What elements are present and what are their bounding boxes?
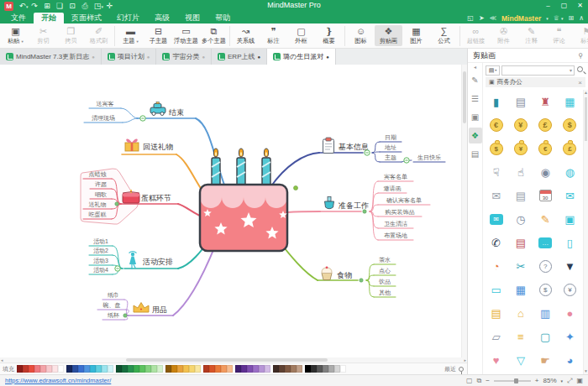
menu-视图[interactable]: 视图 [177,13,207,23]
mindmap-subtopic[interactable]: 布置场地 [384,232,407,239]
mindmap-subtopic[interactable]: 送礼物 [89,201,107,208]
mindmap-subtopic[interactable]: 卫生清洁 [384,221,407,227]
clipart-monitor[interactable]: ▭ [484,278,508,301]
color-swatch[interactable] [52,365,58,373]
ribbon-主题-button[interactable]: ▬主题 ▾ [117,25,144,46]
color-swatch[interactable] [259,365,265,373]
clipart-piggy-bank[interactable]: ● [558,301,582,325]
clipart-briefcase[interactable]: ▣ [558,207,582,231]
clipart-calendar[interactable]: 30 [533,184,558,207]
clipart-moneybag-yen[interactable]: ¥ [508,137,533,160]
fullscreen-icon[interactable]: ◱ [467,14,474,22]
color-swatch[interactable] [247,365,253,373]
clipart-yen-circle[interactable]: ¥ [558,278,582,301]
mindmap-subtopic[interactable]: 确认宾客名单 [386,197,422,204]
color-swatch[interactable] [265,365,270,373]
clipart-search-input[interactable]: ▾ [501,65,575,76]
color-swatch[interactable] [171,365,177,373]
color-swatch[interactable] [108,365,113,373]
mindmap-subtopic[interactable]: 活动2 [93,248,108,254]
send-icon[interactable]: ➤ [479,14,485,22]
redo-icon[interactable]: ↷ [29,0,41,13]
close-button[interactable]: ✕ [572,0,588,12]
category-close-icon[interactable]: × [578,79,582,86]
collapse-icon[interactable] [115,266,120,271]
color-swatch[interactable] [17,365,23,373]
mindmap-subtopic[interactable]: 其他 [379,290,391,296]
clipart-necktie[interactable]: ▼ [558,254,582,278]
mindmap-subtopic[interactable]: 碗、盘 [103,302,121,308]
clipart-pencil[interactable]: ✎ [533,207,558,231]
clipart-card[interactable]: ✦ [558,325,582,348]
clipart-document[interactable]: ▤ [508,184,533,207]
menu-页面样式[interactable]: 页面样式 [64,13,109,23]
ribbon-多个主题-button[interactable]: ⧉多个主题 [200,25,228,46]
icon-pane-tab[interactable]: ▣ [469,109,482,125]
collapse-icon[interactable] [365,150,370,155]
clipart-coin-dollar[interactable]: $ [558,113,582,137]
color-swatch[interactable] [29,365,34,373]
color-swatch[interactable] [78,365,84,373]
mindmap-subtopic[interactable]: 活动3 [93,258,108,264]
mindmap-topic-preparation[interactable]: 准备工作 [339,201,369,210]
color-picker-icon[interactable] [459,367,464,372]
color-swatch[interactable] [285,365,291,373]
clipart-stamp[interactable]: ♜ [533,90,558,113]
ribbon-图标-button[interactable]: ☺图标 [347,25,375,46]
color-swatch[interactable] [177,365,183,373]
color-swatch[interactable] [116,365,122,373]
zoom-slider-thumb[interactable] [514,378,518,383]
mindmap-subtopic[interactable]: 购买装饰品 [385,209,415,216]
branch-handle-dot[interactable] [360,279,363,282]
branch-handle-dot[interactable] [363,210,366,213]
color-swatch[interactable] [297,365,302,373]
clipart-clock[interactable]: ◷ [508,207,533,231]
color-swatch[interactable] [317,365,323,373]
mindmap-subtopic[interactable]: 活动4 [93,267,108,274]
scroll-up-arrow[interactable]: ▲ [584,90,588,96]
clipart-resume[interactable]: ▤ [508,90,533,113]
account-caret-icon[interactable]: ▾ [546,16,549,21]
clipart-icecream[interactable]: ♥ [484,348,508,372]
clipart-thumbs-up[interactable]: ☝ [508,160,533,184]
ribbon-外框-button[interactable]: ▢外框 [287,25,315,46]
branch-handle-dot[interactable] [294,186,298,190]
clipart-bank[interactable]: ⌂ [508,301,533,325]
mindmap-topic-food[interactable]: 食物 [337,271,352,279]
clipart-moneybag-pound[interactable]: £ [558,137,582,160]
mindmap-subtopic[interactable]: 点蜡烛 [89,171,108,178]
clipart-thumbs-down[interactable]: ☟ [484,160,508,184]
style-pane-tab[interactable]: ✎ [469,72,482,88]
clipart-wallet[interactable]: ▱ [484,325,508,348]
clipart-mail-open[interactable]: ✉ [484,184,508,207]
color-swatch[interactable] [84,365,90,373]
maximize-button[interactable]: ▢ [556,0,572,12]
color-swatch[interactable] [157,365,163,373]
clipart-moneybag-euro[interactable]: € [533,137,558,160]
clipart-scissors[interactable]: ✂ [508,254,533,278]
menu-开始[interactable]: 开始 [34,13,64,23]
clipart-mail[interactable]: ✉ [558,184,582,207]
edrawsoft-link[interactable]: https://www.edrawsoft.cn/mindmaster/ [5,377,111,384]
mindmap-subtopic[interactable]: 活动1 [93,238,108,245]
mindmap-subtopic[interactable]: 地址 [384,144,396,150]
collapse-ribbon-icon[interactable]: ∧ [579,14,584,22]
color-swatch[interactable] [340,365,346,373]
mindmap-topic-cake-session[interactable]: 蛋糕环节 [141,194,171,202]
clipart-phone-call[interactable]: ✆ [484,231,508,254]
menu-帮助[interactable]: 帮助 [207,13,238,23]
clipart-box[interactable]: ▥ [533,301,558,325]
mindmap-subtopic[interactable]: 纸杯 [108,312,119,318]
panel-collapse-icon[interactable]: ◂ [474,64,476,72]
tab-close-icon[interactable]: ● [202,55,205,60]
color-swatch[interactable] [139,365,145,373]
mindmap-subtopic[interactable]: 生日快乐 [417,154,441,161]
color-swatch[interactable] [165,365,171,373]
clipart-category-button[interactable]: ▤▾ [486,65,500,76]
color-swatch[interactable] [72,365,78,373]
color-swatch[interactable] [40,365,46,373]
zoom-caret-icon[interactable]: ▾ [561,378,564,383]
clipart-tub[interactable]: ▽ [508,348,533,372]
clipart-smartphone[interactable]: ▯ [558,231,582,254]
clipart-coin-yen[interactable]: ¥ [508,113,533,137]
